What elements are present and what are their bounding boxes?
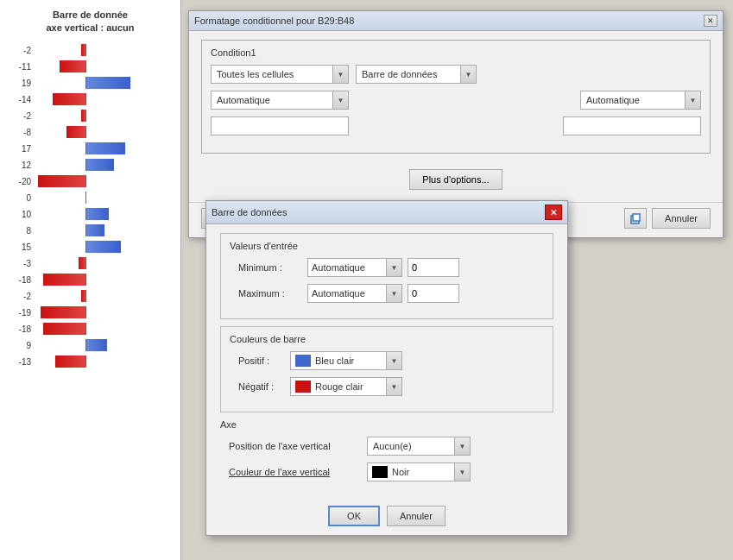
bar-row: -20	[7, 174, 180, 189]
minimum-label: Minimum :	[238, 262, 307, 273]
positif-color-arrow[interactable]: ▼	[386, 352, 401, 369]
couleurs-section-title: Couleurs de barre	[230, 334, 544, 344]
max-value-input[interactable]	[408, 284, 459, 303]
bar-row: 12	[7, 158, 180, 173]
icon-button[interactable]	[624, 208, 647, 229]
dropdown4-arrow[interactable]: ▼	[685, 91, 700, 109]
toutes-cellules-dropdown[interactable]: Toutes les cellules ▼	[211, 65, 349, 84]
footer-right: Annuler	[624, 208, 711, 229]
position-label: Position de l'axe vertical	[229, 441, 367, 451]
bar-row: -11	[7, 60, 180, 74]
bar-row: -18	[7, 273, 180, 287]
condition-row3	[211, 116, 701, 135]
minimum-controls: Automatique ▼	[307, 258, 459, 277]
bar-row: -2	[7, 109, 180, 123]
bar-row: -19	[7, 305, 180, 320]
bar-row: -8	[7, 125, 180, 140]
maximum-label: Maximum :	[238, 288, 307, 299]
bar-row: 0	[7, 191, 180, 205]
sub-dialog-title: Barre de données	[212, 207, 287, 217]
valeurs-section-title: Valeurs d'entrée	[230, 241, 544, 251]
min-value-input[interactable]	[408, 258, 459, 277]
ok-button[interactable]: OK	[328, 506, 380, 526]
condition-label: Condition1	[211, 47, 701, 58]
negatif-row: Négatif : Rouge clair ▼	[230, 377, 544, 396]
couleur-axe-dropdown[interactable]: Noir ▼	[367, 462, 471, 481]
main-dialog-title: Formatage conditionnel pour B29:B48	[194, 16, 354, 26]
sub-dialog-content: Valeurs d'entrée Minimum : Automatique ▼…	[206, 224, 567, 500]
negatif-color-swatch	[295, 381, 311, 393]
condition-group: Condition1 Toutes les cellules ▼ Barre d…	[201, 40, 711, 154]
positif-label: Positif :	[238, 356, 290, 366]
bar-row: 10	[7, 207, 180, 222]
bar-row: -2	[7, 289, 180, 304]
plus-options-button[interactable]: Plus d'options...	[409, 169, 502, 190]
couleur-axe-row: Couleur de l'axe vertical Noir ▼	[220, 462, 553, 481]
svg-rect-1	[633, 214, 640, 221]
couleur-axe-label: Couleur de l'axe vertical	[229, 467, 367, 477]
positif-color-swatch	[295, 355, 311, 367]
dropdown3-arrow[interactable]: ▼	[332, 91, 348, 109]
sub-dialog-titlebar: Barre de données ✕	[206, 201, 567, 224]
condition-row1: Toutes les cellules ▼ Barre de données ▼	[211, 65, 701, 84]
barre-donnees-dropdown[interactable]: Barre de données ▼	[356, 65, 477, 84]
dropdown1-arrow[interactable]: ▼	[332, 66, 348, 83]
bar-row: 9	[7, 338, 180, 353]
min-dropdown[interactable]: Automatique ▼	[307, 258, 402, 277]
sub-dialog: Barre de données ✕ Valeurs d'entrée Mini…	[205, 200, 568, 536]
bar-row: -18	[7, 322, 180, 337]
max-dropdown-arrow[interactable]: ▼	[386, 285, 401, 302]
condition-row2: Automatique ▼ Automatique ▼	[211, 91, 701, 110]
copy-icon	[629, 212, 641, 224]
minimum-row: Minimum : Automatique ▼	[230, 258, 544, 277]
couleur-axe-arrow[interactable]: ▼	[454, 463, 470, 481]
automatique-dropdown1[interactable]: Automatique ▼	[211, 91, 349, 110]
position-dropdown[interactable]: Aucun(e) ▼	[367, 437, 471, 456]
main-dialog-close-button[interactable]: ✕	[704, 15, 717, 27]
sub-dialog-close-button[interactable]: ✕	[545, 204, 562, 220]
axe-title: Axe	[220, 419, 553, 430]
bar-row: 8	[7, 223, 180, 238]
dropdown2-arrow[interactable]: ▼	[460, 66, 476, 83]
bar-row: -13	[7, 355, 180, 369]
valeurs-entree-section: Valeurs d'entrée Minimum : Automatique ▼…	[220, 233, 553, 319]
negatif-color-dropdown[interactable]: Rouge clair ▼	[290, 377, 402, 396]
maximum-row: Maximum : Automatique ▼	[230, 284, 544, 303]
annuler-button[interactable]: Annuler	[652, 208, 711, 229]
negatif-color-arrow[interactable]: ▼	[386, 378, 401, 395]
axe-section: Axe Position de l'axe vertical Aucun(e) …	[220, 419, 553, 481]
sub-dialog-footer: OK Annuler	[206, 500, 567, 535]
bar-chart: -2-1119-14-2-81712-20010815-3-18-2-19-18…	[0, 40, 180, 374]
bar-row: -14	[7, 92, 180, 107]
negatif-label: Négatif :	[238, 381, 290, 392]
position-row: Position de l'axe vertical Aucun(e) ▼	[220, 437, 553, 456]
couleur-axe-swatch	[372, 466, 388, 478]
chart-title: Barre de donnée axe vertical : aucun	[0, 0, 180, 40]
min-dropdown-arrow[interactable]: ▼	[386, 259, 401, 276]
background-chart-area: Barre de donnée axe vertical : aucun -2-…	[0, 0, 181, 560]
condition-input2[interactable]	[563, 116, 701, 135]
positif-row: Positif : Bleu clair ▼	[230, 351, 544, 370]
main-dialog-content: Condition1 Toutes les cellules ▼ Barre d…	[189, 31, 723, 202]
max-dropdown[interactable]: Automatique ▼	[307, 284, 402, 303]
sub-annuler-button[interactable]: Annuler	[387, 506, 445, 526]
bar-row: -3	[7, 256, 180, 271]
maximum-controls: Automatique ▼	[307, 284, 459, 303]
bar-row: 19	[7, 76, 180, 91]
automatique-dropdown2[interactable]: Automatique ▼	[580, 91, 701, 110]
bar-row: 17	[7, 142, 180, 156]
bar-row: -2	[7, 43, 180, 58]
position-arrow[interactable]: ▼	[454, 437, 470, 455]
couleurs-barre-section: Couleurs de barre Positif : Bleu clair ▼…	[220, 326, 553, 412]
bar-row: 15	[7, 240, 180, 255]
condition-input1[interactable]	[211, 116, 349, 135]
positif-color-dropdown[interactable]: Bleu clair ▼	[290, 351, 402, 370]
main-dialog-titlebar: Formatage conditionnel pour B29:B48 ✕	[189, 11, 723, 31]
